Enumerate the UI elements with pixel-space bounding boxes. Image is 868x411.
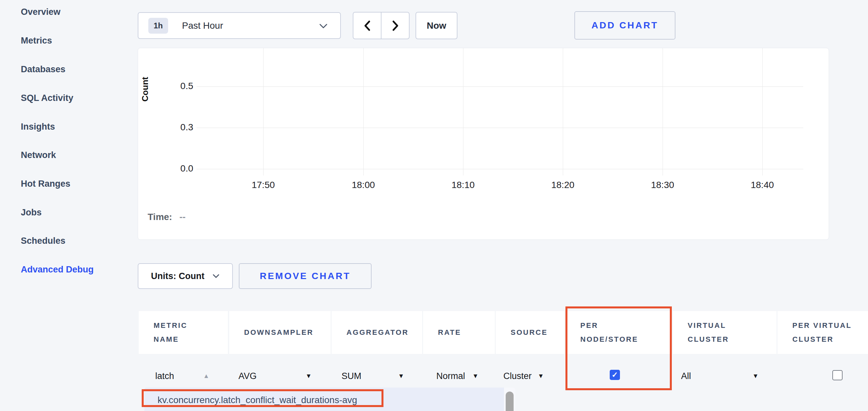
gridline: [363, 48, 364, 175]
sidebar: Overview Metrics Databases SQL Activity …: [0, 0, 136, 411]
dropdown-scrollbar-thumb[interactable]: [506, 391, 514, 411]
sidebar-item-jobs[interactable]: Jobs: [21, 206, 42, 219]
add-chart-button[interactable]: ADD CHART: [575, 11, 676, 40]
gridline: [762, 48, 763, 175]
downsampler-select-arrow[interactable]: ▼: [306, 370, 312, 383]
x-tick-label: 18:40: [739, 180, 785, 190]
gridline: [263, 48, 264, 175]
per-virtual-cluster-checkbox[interactable]: ✓: [832, 370, 843, 380]
virtual-cluster-select[interactable]: All: [681, 370, 691, 383]
sidebar-item-network[interactable]: Network: [21, 148, 56, 162]
column-header-aggregator: AGGREGATOR: [332, 311, 422, 354]
gridline: [196, 169, 803, 169]
column-header-virtual-cluster: VIRTUAL CLUSTER: [673, 311, 776, 354]
chevron-down-icon: [212, 274, 220, 278]
aggregator-select[interactable]: SUM: [342, 370, 361, 383]
gridline: [463, 48, 463, 175]
sidebar-item-insights[interactable]: Insights: [21, 120, 55, 133]
time-footer-label: Time:: [148, 212, 172, 222]
gridline: [196, 87, 803, 87]
time-range-label: Past Hour: [182, 21, 223, 31]
combobox-open-icon[interactable]: ▲: [203, 370, 209, 383]
per-node-store-checkbox[interactable]: ✓: [610, 370, 620, 380]
column-header-downsampler: DOWNSAMPLER: [229, 311, 331, 354]
sidebar-item-schedules[interactable]: Schedules: [21, 234, 65, 247]
gridline: [196, 128, 803, 128]
gridline: [662, 48, 663, 175]
x-tick-label: 17:50: [240, 180, 286, 190]
x-tick-label: 18:00: [340, 180, 386, 190]
time-step-buttons: [353, 12, 409, 39]
column-header-per-virtual-cluster: PER VIRTUAL CLUSTER: [777, 311, 868, 354]
x-tick-label: 18:10: [440, 180, 486, 190]
rate-select-arrow[interactable]: ▼: [472, 370, 478, 383]
sidebar-item-hot-ranges[interactable]: Hot Ranges: [21, 177, 70, 190]
remove-chart-button[interactable]: REMOVE CHART: [239, 263, 372, 289]
triangle-down-icon: ▼: [306, 372, 312, 380]
downsampler-select[interactable]: AVG: [239, 370, 257, 383]
time-footer-value: --: [179, 212, 186, 222]
previous-timespan-button[interactable]: [353, 12, 381, 39]
y-axis-label: Count: [139, 66, 152, 112]
check-icon: ✓: [612, 371, 618, 379]
time-range-badge: 1h: [148, 18, 168, 34]
source-select-arrow[interactable]: ▼: [538, 370, 544, 383]
time-range-dropdown[interactable]: 1h Past Hour: [138, 12, 341, 39]
metric-name-combobox[interactable]: latch: [155, 370, 174, 383]
sidebar-item-databases[interactable]: Databases: [21, 63, 65, 76]
custom-chart-card[interactable]: [138, 48, 829, 240]
y-tick-label: 0.5: [163, 81, 193, 91]
metric-suggestions-dropdown: kv.concurrency.latch_conflict_wait_durat…: [144, 387, 515, 411]
chart-hover-time: Time:--: [148, 212, 186, 222]
sidebar-item-sql-activity[interactable]: SQL Activity: [21, 91, 73, 105]
source-select[interactable]: Cluster: [503, 370, 532, 383]
now-button[interactable]: Now: [415, 12, 458, 39]
chevron-right-icon: [392, 20, 399, 31]
column-header-source: SOURCE: [496, 311, 564, 354]
chevron-down-icon: [319, 24, 328, 29]
advanced-debug-custom-chart-page: Overview Metrics Databases SQL Activity …: [0, 0, 868, 411]
rate-select[interactable]: Normal: [436, 370, 465, 383]
y-tick-label: 0.3: [163, 122, 193, 133]
y-tick-label: 0.0: [163, 163, 193, 174]
triangle-down-icon: ▼: [472, 372, 478, 380]
metric-suggestion-item[interactable]: kv.concurrency.latch_conflict_wait_durat…: [158, 395, 357, 405]
x-tick-label: 18:30: [640, 180, 686, 190]
sidebar-item-metrics[interactable]: Metrics: [21, 34, 52, 47]
units-dropdown-label: Units: Count: [151, 271, 205, 281]
triangle-down-icon: ▼: [398, 372, 404, 380]
x-tick-label: 18:20: [540, 180, 586, 190]
chevron-left-icon: [364, 20, 371, 31]
gridline: [563, 48, 563, 175]
virtual-cluster-select-arrow[interactable]: ▼: [752, 370, 759, 383]
sidebar-item-advanced-debug[interactable]: Advanced Debug: [21, 263, 94, 276]
aggregator-select-arrow[interactable]: ▼: [398, 370, 404, 383]
units-dropdown[interactable]: Units: Count: [138, 263, 233, 289]
dropdown-scrollbar-track[interactable]: [504, 387, 515, 411]
column-header-rate: RATE: [423, 311, 495, 354]
next-timespan-button[interactable]: [381, 12, 409, 39]
sidebar-item-overview[interactable]: Overview: [21, 5, 60, 19]
triangle-down-icon: ▼: [538, 372, 544, 380]
column-header-metric-name: METRIC NAME: [139, 311, 228, 354]
column-header-per-node-store: PER NODE/STORE: [565, 311, 672, 354]
triangle-down-icon: ▼: [752, 372, 759, 380]
